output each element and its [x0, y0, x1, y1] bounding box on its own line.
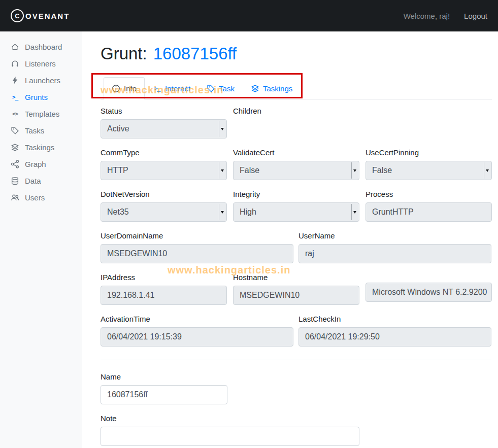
- layers-icon: [11, 143, 19, 152]
- select-caret-icon: [351, 204, 358, 220]
- dotnetversion-label: DotNetVersion: [101, 190, 227, 198]
- select-caret-icon: [351, 162, 358, 179]
- sidebar-item-data[interactable]: Data: [0, 173, 82, 189]
- username-label: UserName: [298, 231, 491, 240]
- children-label: Children: [233, 107, 359, 115]
- usecertpinning-label: UseCertPinning: [366, 148, 492, 157]
- body-row: Dashboard Listeners Launchers >_ Grunts …: [0, 31, 498, 448]
- form-row: IPAddress 192.168.1.41 Hostname MSEDGEWI…: [101, 273, 492, 305]
- commtype-select[interactable]: HTTP: [101, 161, 227, 180]
- headphones-icon: [11, 59, 19, 68]
- sidebar: Dashboard Listeners Launchers >_ Grunts …: [0, 31, 82, 448]
- dotnetversion-value: Net35: [107, 208, 129, 217]
- database-icon: [11, 177, 19, 185]
- sidebar-item-launchers[interactable]: Launchers: [0, 72, 82, 89]
- form-row: Status Active Children: [101, 107, 492, 139]
- sidebar-item-label: Users: [25, 193, 45, 202]
- activationtime-group: ActivationTime 06/04/2021 19:15:39: [101, 315, 293, 347]
- lastcheckin-field: 06/04/2021 19:29:50: [298, 327, 491, 347]
- activationtime-field: 06/04/2021 19:15:39: [101, 327, 293, 347]
- sidebar-item-tasks[interactable]: Tasks: [0, 122, 82, 139]
- tab-bar: Info >_ Interact Task Taskings: [101, 77, 492, 99]
- status-group: Status Active: [101, 107, 227, 139]
- tag-icon: [11, 126, 19, 135]
- ipaddress-label: IPAddress: [101, 273, 227, 282]
- note-label: Note: [101, 414, 492, 423]
- username-group: UserName raj: [298, 231, 491, 263]
- sidebar-item-taskings[interactable]: Taskings: [0, 139, 82, 156]
- navbar-right: Welcome, raj! Logout: [404, 12, 487, 20]
- operatingsystem-value: Microsoft Windows NT 6.2.9200: [372, 288, 487, 297]
- userdomainname-value: MSEDGEWIN10: [107, 249, 167, 258]
- page-title-prefix: Grunt:: [101, 44, 147, 63]
- sidebar-item-label: Grunts: [25, 93, 48, 101]
- tab-interact[interactable]: >_ Interact: [145, 77, 198, 99]
- tab-task[interactable]: Task: [198, 77, 243, 99]
- welcome-text: Welcome, raj!: [404, 12, 450, 20]
- home-icon: [11, 43, 19, 51]
- integrity-select[interactable]: High: [233, 202, 359, 222]
- name-label: Name: [101, 372, 492, 381]
- commtype-value: HTTP: [107, 166, 128, 175]
- integrity-label: Integrity: [233, 190, 359, 198]
- form-row: UserDomainName MSEDGEWIN10 UserName raj: [101, 231, 492, 263]
- form-row: DotNetVersion Net35 Integrity High: [101, 190, 492, 222]
- name-input[interactable]: [101, 385, 227, 404]
- sidebar-item-label: Tasks: [25, 126, 44, 135]
- status-value: Active: [107, 124, 129, 133]
- validatecert-select[interactable]: False: [233, 161, 359, 180]
- sidebar-item-graph[interactable]: Graph: [0, 156, 82, 173]
- process-label: Process: [366, 190, 492, 198]
- layers-icon: [251, 84, 259, 93]
- integrity-group: Integrity High: [233, 190, 359, 222]
- children-group: Children: [233, 107, 359, 139]
- sidebar-item-label: Listeners: [25, 59, 56, 68]
- lastcheckin-value: 06/04/2021 19:29:50: [305, 332, 380, 341]
- userdomainname-label: UserDomainName: [101, 231, 293, 240]
- tab-info[interactable]: Info: [104, 77, 145, 99]
- dotnetversion-group: DotNetVersion Net35: [101, 190, 227, 222]
- sidebar-item-listeners[interactable]: Listeners: [0, 55, 82, 72]
- dotnetversion-select[interactable]: Net35: [101, 202, 227, 222]
- note-input[interactable]: [101, 427, 359, 446]
- usecertpinning-select[interactable]: False: [366, 161, 492, 180]
- validatecert-group: ValidateCert False: [233, 148, 359, 180]
- status-select[interactable]: Active: [101, 119, 227, 139]
- select-caret-icon: [484, 162, 490, 179]
- brand-link[interactable]: C OVENANT: [11, 9, 70, 22]
- app-root: C OVENANT Welcome, raj! Logout Dashboard…: [0, 0, 498, 448]
- terminal-icon: >_: [11, 93, 19, 101]
- integrity-value: High: [240, 208, 256, 217]
- users-icon: [11, 193, 19, 202]
- sidebar-item-dashboard[interactable]: Dashboard: [0, 39, 82, 55]
- sidebar-item-label: Data: [25, 177, 41, 185]
- select-caret-icon: [219, 121, 225, 137]
- share-icon: [11, 160, 19, 168]
- logout-link[interactable]: Logout: [464, 12, 487, 20]
- tab-taskings[interactable]: Taskings: [243, 77, 301, 99]
- page-title: Grunt:16087156ff: [101, 44, 492, 64]
- process-group: Process GruntHTTP: [366, 190, 492, 222]
- code-icon: <>: [11, 110, 19, 118]
- userdomainname-group: UserDomainName MSEDGEWIN10: [101, 231, 293, 263]
- sidebar-item-users[interactable]: Users: [0, 189, 82, 206]
- lastcheckin-group: LastCheckIn 06/04/2021 19:29:50: [298, 315, 491, 347]
- select-caret-icon: [219, 204, 225, 220]
- usecertpinning-group: UseCertPinning False: [366, 148, 492, 180]
- sidebar-item-label: Taskings: [25, 143, 54, 152]
- tab-label: Info: [124, 84, 137, 93]
- hostname-value: MSEDGEWIN10: [240, 291, 300, 300]
- flash-icon: [11, 76, 19, 85]
- lastcheckin-label: LastCheckIn: [298, 315, 491, 323]
- sidebar-item-grunts[interactable]: >_ Grunts: [0, 89, 82, 106]
- username-field: raj: [298, 244, 491, 263]
- hostname-label: Hostname: [233, 273, 359, 282]
- note-group: Note: [101, 414, 492, 446]
- name-group: Name: [101, 372, 492, 404]
- grunt-info-form: Status Active Children CommType: [101, 107, 492, 446]
- validatecert-value: False: [240, 166, 259, 175]
- sidebar-item-label: Graph: [25, 160, 46, 168]
- sidebar-item-templates[interactable]: <> Templates: [0, 106, 82, 122]
- sidebar-item-label: Templates: [25, 110, 59, 118]
- status-label: Status: [101, 107, 227, 115]
